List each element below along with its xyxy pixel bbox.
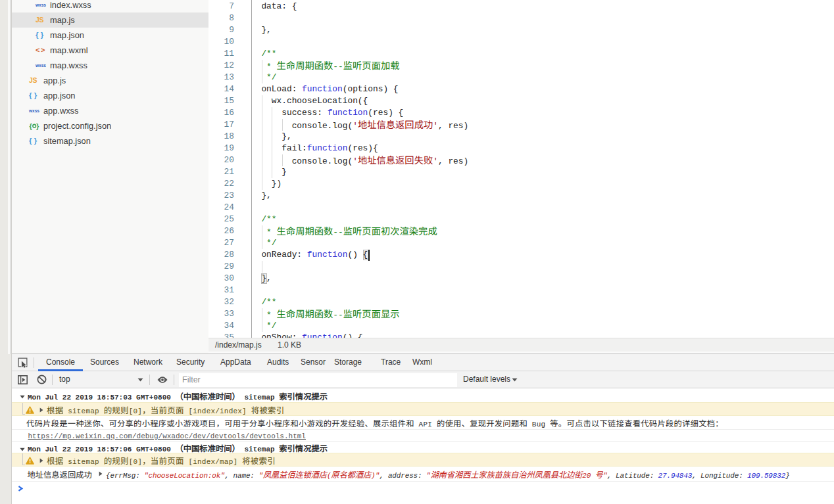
svg-text:{: { <box>30 122 33 130</box>
svg-text:}: } <box>36 122 39 130</box>
